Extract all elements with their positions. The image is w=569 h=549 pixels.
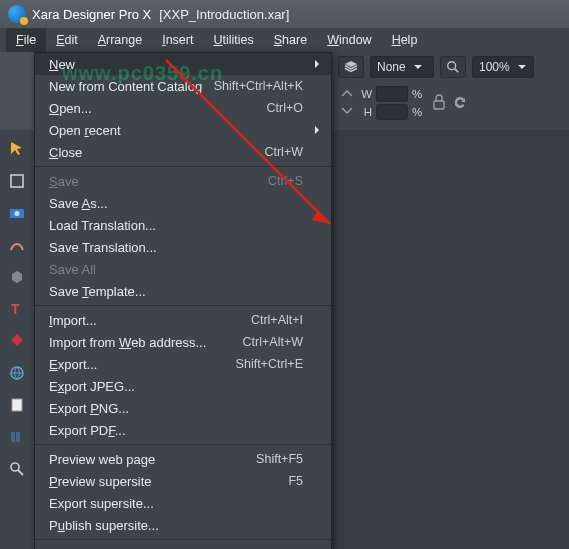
tool-search[interactable] (4, 456, 30, 482)
menu-share[interactable]: Share (264, 28, 317, 52)
height-pct: % (412, 106, 426, 118)
menu-separator (35, 539, 331, 540)
refresh-icon[interactable] (452, 94, 468, 112)
svg-point-11 (11, 463, 19, 471)
menu-item-export-pdf[interactable]: Export PDF... (35, 419, 331, 441)
menu-arrange[interactable]: Arrange (88, 28, 152, 52)
zoom-value: 100% (479, 60, 510, 74)
menu-item-open[interactable]: Open...Ctrl+O (35, 97, 331, 119)
menu-item-load-translation[interactable]: Load Translation... (35, 214, 331, 236)
menu-item-label: Publish supersite... (49, 518, 303, 533)
menu-item-label: Save Template... (49, 284, 303, 299)
tool-web[interactable] (4, 360, 30, 386)
submenu-arrow-icon (313, 125, 321, 136)
svg-rect-3 (11, 175, 23, 187)
menu-separator (35, 305, 331, 306)
menu-edit[interactable]: Edit (46, 28, 88, 52)
menu-shortcut: Ctrl+Alt+W (243, 335, 303, 349)
app-icon (8, 5, 26, 23)
arrow-pair-icon (340, 90, 354, 116)
magnify-button[interactable] (440, 56, 466, 78)
menu-item-preview-supersite[interactable]: Preview supersiteF5 (35, 470, 331, 492)
menu-item-new-from-content-catalog[interactable]: New from Content CatalogShift+Ctrl+Alt+K (35, 75, 331, 97)
menu-item-export-png[interactable]: Export PNG... (35, 397, 331, 419)
tool-freehand[interactable] (4, 232, 30, 258)
chevron-down-icon (518, 60, 526, 74)
svg-rect-10 (16, 432, 20, 442)
menu-utilities[interactable]: Utilities (203, 28, 263, 52)
menu-item-open-recent[interactable]: Open recent (35, 119, 331, 141)
menu-item-label: New (49, 57, 303, 72)
menu-shortcut: Ctrl+W (264, 145, 303, 159)
menu-window[interactable]: Window (317, 28, 381, 52)
svg-point-0 (448, 62, 456, 70)
menu-item-label: Close (49, 145, 264, 160)
menu-shortcut: Shift+F5 (256, 452, 303, 466)
menu-item-save: SaveCtrl+S (35, 170, 331, 192)
tool-extrude[interactable] (4, 264, 30, 290)
menu-item-export[interactable]: Export...Shift+Ctrl+E (35, 353, 331, 375)
svg-rect-2 (434, 101, 444, 109)
menu-item-import-from-web-address[interactable]: Import from Web address...Ctrl+Alt+W (35, 331, 331, 353)
menu-file[interactable]: File (6, 28, 46, 52)
svg-line-12 (18, 470, 23, 475)
menu-item-label: Preview supersite (49, 474, 288, 489)
height-label: H (360, 106, 372, 118)
menu-item-new[interactable]: New (35, 53, 331, 75)
menu-shortcut: Ctrl+O (267, 101, 303, 115)
tool-photo[interactable] (4, 200, 30, 226)
menu-shortcut: Shift+Ctrl+E (236, 357, 303, 371)
titlebar: Xara Designer Pro X [XXP_Introduction.xa… (0, 0, 569, 28)
toolbar: None 100% W % H % (332, 52, 569, 130)
menu-item-label: Save (49, 174, 268, 189)
tool-shapes[interactable] (4, 168, 30, 194)
file-menu: NewNew from Content CatalogShift+Ctrl+Al… (34, 52, 332, 549)
menu-shortcut: Ctrl+Alt+I (251, 313, 303, 327)
svg-rect-8 (12, 399, 22, 411)
tool-library[interactable] (4, 424, 30, 450)
menu-item-label: Export PDF... (49, 423, 303, 438)
menu-item-publish-supersite[interactable]: Publish supersite... (35, 514, 331, 536)
menu-item-label: Import from Web address... (49, 335, 243, 350)
tool-fill[interactable] (4, 328, 30, 354)
menu-item-export-jpeg[interactable]: Export JPEG... (35, 375, 331, 397)
menu-item-save-translation[interactable]: Save Translation... (35, 236, 331, 258)
menu-item-label: Export... (49, 357, 236, 372)
svg-line-1 (455, 69, 459, 73)
menu-item-save-all: Save All (35, 258, 331, 280)
tool-page[interactable] (4, 392, 30, 418)
menu-item-preview-web-page[interactable]: Preview web pageShift+F5 (35, 448, 331, 470)
tool-text[interactable]: T (4, 296, 30, 322)
menu-item-label: Save Translation... (49, 240, 303, 255)
menu-shortcut: Shift+Ctrl+Alt+K (214, 79, 303, 93)
menu-item-label: Open... (49, 101, 267, 116)
width-pct: % (412, 88, 426, 100)
lock-icon[interactable] (432, 93, 446, 113)
menu-item-export-supersite[interactable]: Export supersite... (35, 492, 331, 514)
menu-item-label: New from Content Catalog (49, 79, 214, 94)
menu-item-save-as[interactable]: Save As... (35, 192, 331, 214)
svg-rect-9 (11, 432, 15, 442)
tool-selector[interactable] (4, 136, 30, 162)
size-panel: W % H % (360, 86, 426, 120)
menu-item-import[interactable]: Import...Ctrl+Alt+I (35, 309, 331, 331)
width-field[interactable] (376, 86, 408, 102)
menu-insert[interactable]: Insert (152, 28, 203, 52)
menu-item-label: Export supersite... (49, 496, 303, 511)
height-field[interactable] (376, 104, 408, 120)
document-name: [XXP_Introduction.xar] (159, 7, 289, 22)
fill-dropdown[interactable]: None (370, 56, 434, 78)
menu-item-label: Load Translation... (49, 218, 303, 233)
zoom-dropdown[interactable]: 100% (472, 56, 534, 78)
menu-item-label: Export PNG... (49, 401, 303, 416)
layers-button[interactable] (338, 56, 364, 78)
menu-help[interactable]: Help (382, 28, 428, 52)
menu-item-preview-flash: Preview Flash (35, 543, 331, 549)
menubar: FileEditArrangeInsertUtilitiesShareWindo… (0, 28, 569, 52)
menu-item-save-template[interactable]: Save Template... (35, 280, 331, 302)
menu-shortcut: Ctrl+S (268, 174, 303, 188)
menu-item-label: Export JPEG... (49, 379, 303, 394)
menu-item-label: Import... (49, 313, 251, 328)
menu-item-close[interactable]: CloseCtrl+W (35, 141, 331, 163)
menu-item-label: Save As... (49, 196, 303, 211)
